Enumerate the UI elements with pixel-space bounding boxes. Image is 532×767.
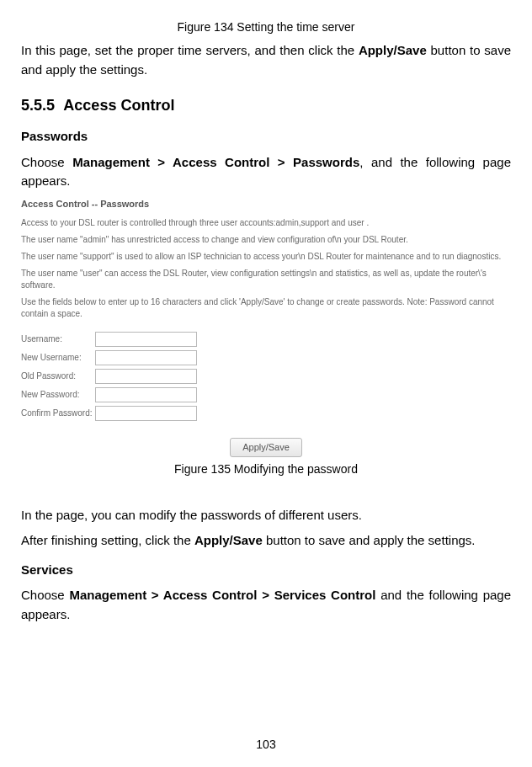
- old-password-row: Old Password:: [21, 367, 200, 386]
- passwords-paragraph: Choose Management > Access Control > Pas…: [21, 153, 511, 191]
- panel-p1: Access to your DSL router is controlled …: [21, 217, 511, 229]
- new-password-row: New Password:: [21, 386, 200, 404]
- confirm-password-row: Confirm Password:: [21, 404, 200, 423]
- username-row: Username:: [21, 330, 200, 349]
- old-password-label: Old Password:: [21, 367, 95, 386]
- new-username-row: New Username:: [21, 349, 200, 367]
- services-pre: Choose: [21, 588, 69, 602]
- fields-table: Username: New Username: Old Password: Ne…: [21, 330, 200, 423]
- new-password-input[interactable]: [95, 387, 197, 402]
- panel-title: Access Control -- Passwords: [21, 198, 511, 210]
- after-fig-p1: In the page, you can modify the password…: [21, 506, 511, 525]
- username-input[interactable]: [95, 332, 197, 347]
- panel-p4: The user name "user" can access the DSL …: [21, 268, 511, 291]
- after-fig-p2-post: button to save and apply the settings.: [263, 533, 476, 547]
- passwords-panel: Access Control -- Passwords Access to yo…: [21, 198, 511, 458]
- passwords-heading: Passwords: [21, 127, 511, 146]
- section-heading: 5.5.5 Access Control: [21, 94, 511, 117]
- new-password-label: New Password:: [21, 386, 95, 404]
- page-number: 103: [0, 736, 532, 754]
- services-paragraph: Choose Management > Access Control > Ser…: [21, 586, 511, 624]
- panel-p2: The user name "admin" has unrestricted a…: [21, 234, 511, 246]
- old-password-input[interactable]: [95, 369, 197, 384]
- services-heading: Services: [21, 561, 511, 580]
- figure-134-caption: Figure 134 Setting the time server: [21, 19, 511, 36]
- confirm-password-input[interactable]: [95, 406, 197, 421]
- intro-pre: In this page, set the proper time server…: [21, 43, 359, 57]
- username-label: Username:: [21, 330, 95, 349]
- intro-paragraph: In this page, set the proper time server…: [21, 41, 511, 79]
- apply-row: Apply/Save: [21, 438, 511, 457]
- figure-135-caption: Figure 135 Modifying the password: [21, 461, 511, 478]
- intro-bold: Apply/Save: [359, 43, 427, 57]
- after-fig-p2-pre: After finishing setting, click the: [21, 533, 194, 547]
- passwords-bold: Management > Access Control > Passwords: [72, 155, 359, 169]
- services-bold: Management > Access Control > Services C…: [69, 588, 375, 602]
- section-title: Access Control: [63, 97, 174, 114]
- new-username-label: New Username:: [21, 349, 95, 367]
- new-username-input[interactable]: [95, 350, 197, 365]
- after-fig-p2-bold: Apply/Save: [194, 533, 263, 547]
- confirm-password-label: Confirm Password:: [21, 404, 95, 423]
- passwords-pre: Choose: [21, 155, 72, 169]
- section-number: 5.5.5: [21, 94, 60, 117]
- apply-save-button[interactable]: Apply/Save: [230, 438, 302, 457]
- panel-p3: The user name "support" is used to allow…: [21, 251, 511, 263]
- after-fig-p2: After finishing setting, click the Apply…: [21, 531, 511, 551]
- panel-p5: Use the fields below to enter up to 16 c…: [21, 296, 511, 320]
